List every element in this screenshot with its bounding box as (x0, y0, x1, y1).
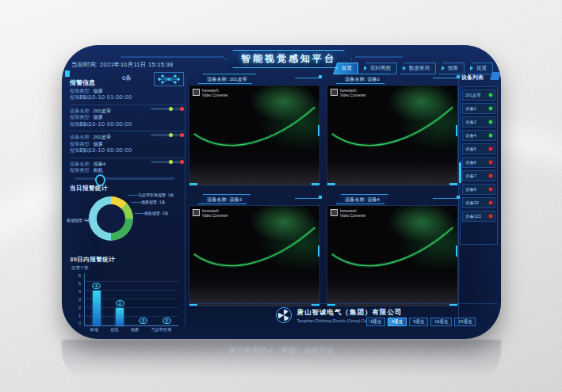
reflected-company-name: 唐山智诚电气（集团）有限公司 (62, 344, 501, 354)
decorative-line (355, 56, 403, 58)
device-item[interactable]: 设备4 (462, 130, 495, 141)
daily-stats-title: 当日报警统计 (70, 185, 187, 192)
decorative-line (433, 78, 460, 78)
status-dot (489, 188, 492, 191)
bar-chart: 4 2 0 0 (84, 273, 178, 326)
device-item[interactable]: 201皮带 (462, 89, 495, 101)
device-item[interactable]: 设备6 (462, 157, 495, 168)
entry-level-indicator (151, 108, 184, 110)
device-item[interactable]: 设备3 (462, 116, 495, 127)
donut-chart (89, 196, 133, 241)
tab-alarm[interactable]: 报警 (439, 63, 465, 74)
alarm-entry[interactable]: 设备名称:设备4 报警类型:相机 报警时间:21-10-10 00:00:00 (70, 158, 185, 176)
device-item[interactable]: 设备8 (462, 184, 495, 195)
donut-label: 吸烟报警: 4条 (67, 218, 91, 223)
decorative-line (120, 56, 224, 58)
channel-9-button[interactable]: 9通道 (409, 318, 428, 326)
video-feed[interactable]: honestechVideo Converter (189, 205, 320, 306)
device-item[interactable]: 设备7 (462, 170, 495, 181)
alarm-list: 设备名称:201皮带 报警类型:烟雾 报警时间:21-10-10 01:00:0… (70, 86, 185, 175)
tab-data-query[interactable]: 数据查询 (400, 63, 436, 74)
video-title: 设备名称: 201皮带 (198, 74, 256, 84)
status-dot (489, 215, 492, 218)
corner-accent (327, 183, 335, 185)
channel-24-button[interactable]: 24通道 (454, 318, 476, 326)
alarm-entry[interactable]: 设备名称:201皮带 报警类型:烟雾 报警时间:21-10-10 00:00:0… (70, 131, 185, 158)
entry-level-indicator (151, 161, 184, 163)
watermark: honestechVideo Converter (193, 209, 227, 218)
video-panel-4[interactable]: 设备名称: 设备4 honestechVideo Converter (325, 194, 460, 311)
status-dot (489, 93, 492, 97)
donut-label: 与皮带距离报警: 1条 (138, 192, 174, 197)
corner-accent (189, 183, 197, 185)
leader-line (135, 213, 144, 214)
x-axis-labels: 吸烟相机 烟雾与皮带距离 (84, 327, 178, 333)
daily-alarm-stats: 当日报警统计 与皮带距离报警: 1条 烟雾报警: 1条 相机报警: 2条 吸烟报… (70, 185, 187, 253)
watermark-logo-icon (331, 89, 338, 96)
device-list: 201皮带 设备2 设备3 设备4 设备5 设备6 设备7 设备8 设备33 设… (460, 86, 498, 245)
video-panel-1[interactable]: 设备名称: 201皮带 honestechVideo Converter (187, 74, 322, 191)
dashboard-panel: 当前时间: 2021年10月11日 15:15:38 智能视觉感知平台 首页 实… (62, 45, 501, 339)
device-item[interactable]: 设备2 (462, 103, 495, 114)
bar-value-label: 0 (162, 318, 171, 324)
decorative-line (433, 198, 460, 199)
monthly-alarm-stats: 30日内报警统计 报警个数 65 43 21 0 4 2 0 0 吸烟相机 烟雾… (70, 256, 187, 333)
corner-accent (457, 75, 460, 78)
device-item[interactable]: 设备123 (462, 211, 495, 222)
channel-buttons: 1通道 4通道 9通道 16通道 24通道 (366, 318, 476, 326)
channel-4-button[interactable]: 4通道 (388, 318, 407, 326)
topology-icon[interactable] (154, 72, 184, 86)
status-dot (489, 174, 492, 177)
alarm-info-header: 报警信息 6条 (70, 74, 185, 85)
device-item[interactable]: 设备33 (462, 197, 495, 208)
leader-line (128, 195, 138, 196)
status-dot (489, 120, 492, 124)
alarm-count-badge: 6条 (122, 74, 132, 82)
company-name-cn: 唐山智诚电气（集团）有限公司 (297, 308, 403, 318)
monthly-stats-title: 30日内报警统计 (70, 256, 187, 264)
edge-accent (318, 245, 320, 257)
donut-label: 相机报警: 2条 (144, 211, 169, 215)
edge-accent (456, 125, 458, 136)
company-logo (275, 306, 292, 324)
video-panel-2[interactable]: 设备名称: 设备2 honestechVideo Converter (325, 74, 460, 191)
tab-live-view[interactable]: 实时画面 (361, 63, 397, 74)
watermark-logo-icon (193, 209, 200, 216)
device-item[interactable]: 设备5 (462, 143, 495, 154)
donut-label: 烟雾报警: 1条 (141, 200, 166, 204)
tab-settings[interactable]: 设置 (468, 63, 493, 74)
corner-accent (312, 183, 319, 185)
video-title: 设备名称: 设备2 (336, 74, 388, 84)
video-feed[interactable]: honestechVideo Converter (189, 85, 320, 186)
video-feed[interactable]: honestechVideo Converter (327, 85, 458, 186)
tab-home[interactable]: 首页 (333, 63, 358, 74)
corner-accent (319, 196, 322, 199)
leader-line (132, 202, 141, 203)
decorative-line (295, 78, 322, 78)
divider (185, 77, 185, 326)
video-panel-3[interactable]: 设备名称: 设备3 honestechVideo Converter (187, 194, 322, 311)
watermark-logo-icon (193, 89, 200, 96)
status-dot (489, 201, 492, 204)
video-title: 设备名称: 设备3 (198, 194, 250, 204)
bar-value-label: 2 (116, 300, 124, 306)
status-dot (489, 147, 492, 150)
y-axis-ticks: 65 43 21 0 (73, 273, 81, 325)
alarm-entry[interactable]: 设备名称:201皮带 报警类型:烟雾 报警时间:21-10-10 01:00:0… (70, 86, 185, 105)
corner-accent (449, 183, 457, 185)
bar-value-label: 4 (92, 283, 101, 289)
y-axis-label: 报警个数 (71, 265, 89, 271)
video-feed[interactable]: honestechVideo Converter (327, 205, 458, 306)
video-title: 设备名称: 设备4 (336, 194, 388, 204)
board-reflection: 唐山智诚电气（集团）有限公司 (62, 340, 501, 386)
divider (189, 303, 498, 304)
edge-accent (456, 245, 458, 257)
status-dot (489, 134, 492, 137)
current-time: 当前时间: 2021年10月11日 15:15:38 (71, 61, 174, 69)
alarm-list-scrollbar[interactable] (75, 177, 174, 180)
channel-1-button[interactable]: 1通道 (366, 318, 385, 326)
bar (116, 308, 124, 325)
alarm-entry[interactable]: 设备名称:201皮带 报警类型:烟雾 报警时间:21-10-10 00:00:0… (70, 105, 185, 131)
channel-16-button[interactable]: 16通道 (430, 318, 452, 326)
watermark: honestechVideo Converter (331, 209, 365, 218)
